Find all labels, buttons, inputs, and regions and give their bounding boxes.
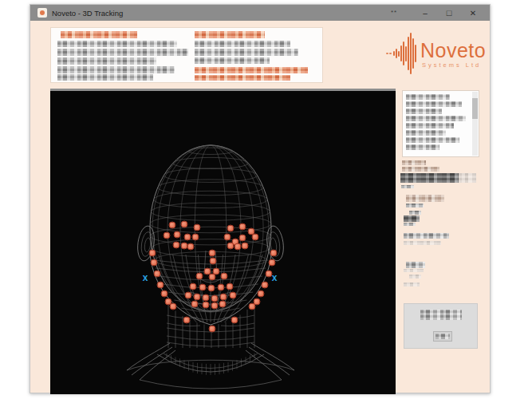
tracking-point xyxy=(218,284,225,291)
tracking-point xyxy=(234,243,242,251)
redacted-text-block xyxy=(406,101,462,107)
tracking-point xyxy=(184,234,191,241)
app-icon-dot xyxy=(40,10,45,15)
tracking-point xyxy=(170,303,177,310)
window-controls: – □ ✕ xyxy=(413,5,485,21)
tracking-point xyxy=(210,258,217,265)
tracking-point xyxy=(173,242,180,249)
redacted-text-block xyxy=(406,130,446,136)
app-icon xyxy=(37,8,47,18)
tracking-point xyxy=(209,274,216,281)
redacted-text-block xyxy=(402,160,426,165)
tracking-point xyxy=(258,290,265,298)
tracking-point xyxy=(187,243,195,251)
logo-name: Noveto xyxy=(420,40,486,61)
tracking-point xyxy=(209,250,216,257)
tracking-point xyxy=(227,243,234,250)
tracking-point xyxy=(181,221,188,228)
tracking-point xyxy=(252,234,259,241)
listbox-scrollbar[interactable] xyxy=(472,92,478,156)
redacted-text-block xyxy=(409,275,421,279)
tracking-point xyxy=(203,302,210,309)
tracking-point xyxy=(242,243,249,250)
app-window: Noveto - 3D Tracking ** – □ ✕ xyxy=(30,4,491,393)
redacted-text-block xyxy=(404,282,420,286)
redacted-text-block xyxy=(435,334,450,339)
tracking-point xyxy=(154,271,161,278)
redacted-text-block xyxy=(57,74,153,81)
tracking-point xyxy=(227,225,234,232)
redacted-text-block xyxy=(61,31,137,38)
tracking-point xyxy=(239,235,246,242)
redacted-text-block xyxy=(57,57,156,65)
redacted-groupbox xyxy=(404,303,478,349)
soundwave-icon xyxy=(386,32,418,77)
redacted-text-block xyxy=(195,57,270,64)
tracking-point xyxy=(161,290,168,298)
close-button[interactable]: ✕ xyxy=(461,5,485,21)
redacted-text-block xyxy=(404,223,416,226)
redacted-text-block xyxy=(195,31,265,38)
redacted-text-block xyxy=(406,123,454,128)
redacted-text-block xyxy=(195,75,290,81)
tracking-point xyxy=(191,301,199,308)
tracking-canvas[interactable]: xx xyxy=(50,89,396,394)
redacted-text-block xyxy=(404,215,420,222)
tracking-point xyxy=(203,294,210,302)
redacted-text-block xyxy=(420,310,462,320)
tracking-point xyxy=(211,302,219,310)
tracking-point xyxy=(220,294,227,301)
redacted-dark-bar[interactable] xyxy=(400,173,459,183)
title-bar-mark: ** xyxy=(391,9,397,16)
redacted-text-block xyxy=(195,49,298,56)
maximize-button[interactable]: □ xyxy=(437,5,461,21)
redacted-text-block xyxy=(195,41,290,47)
tracking-point xyxy=(194,294,201,301)
info-panel xyxy=(50,27,323,83)
redacted-text-block xyxy=(406,203,424,207)
minimize-button[interactable]: – xyxy=(413,5,437,21)
tracking-point xyxy=(151,259,158,267)
logo-subtitle: Systems Ltd xyxy=(422,61,486,69)
tracking-point xyxy=(169,222,176,229)
tracking-point xyxy=(227,283,234,290)
redacted-text-block xyxy=(406,109,442,114)
title-bar: Noveto - 3D Tracking ** – □ ✕ xyxy=(30,5,490,21)
redacted-text-block xyxy=(404,233,449,239)
redacted-text-block xyxy=(406,137,459,143)
redacted-text-block xyxy=(57,49,188,56)
tracking-point xyxy=(157,282,164,289)
tracking-point xyxy=(224,234,231,241)
redacted-text-block xyxy=(195,67,308,73)
tracking-point xyxy=(174,231,181,239)
tracking-lost-marker: x xyxy=(143,273,148,282)
redacted-text-block xyxy=(459,173,476,183)
settings-panel xyxy=(400,85,490,393)
window-title: Noveto - 3D Tracking xyxy=(52,9,123,18)
client-area: Noveto Systems Ltd xx xyxy=(30,21,490,393)
tracking-point xyxy=(262,282,269,289)
redacted-text-block xyxy=(406,262,425,268)
tracking-point xyxy=(269,259,276,267)
tracking-point xyxy=(211,295,219,302)
wireframe-head xyxy=(50,91,396,394)
redacted-text-block xyxy=(406,144,439,150)
redacted-text-block xyxy=(57,66,175,73)
scrollbar-thumb[interactable] xyxy=(472,98,478,119)
redacted-text-block xyxy=(404,241,441,245)
tracking-point xyxy=(231,317,238,324)
tracking-point xyxy=(194,224,201,231)
redacted-text-block xyxy=(57,41,177,47)
tracking-point xyxy=(230,292,237,299)
tracking-point xyxy=(221,273,228,280)
tracking-point xyxy=(185,292,192,299)
tracking-point xyxy=(239,223,246,231)
tracking-point xyxy=(149,250,156,257)
tracking-lost-marker: x xyxy=(272,273,278,282)
tracking-point xyxy=(192,234,199,241)
noveto-logo: Noveto Systems Ltd xyxy=(386,29,491,80)
redacted-listbox[interactable] xyxy=(402,90,479,157)
redacted-text-block xyxy=(401,185,414,188)
redacted-text-block xyxy=(404,269,424,272)
redacted-button[interactable] xyxy=(433,331,452,342)
